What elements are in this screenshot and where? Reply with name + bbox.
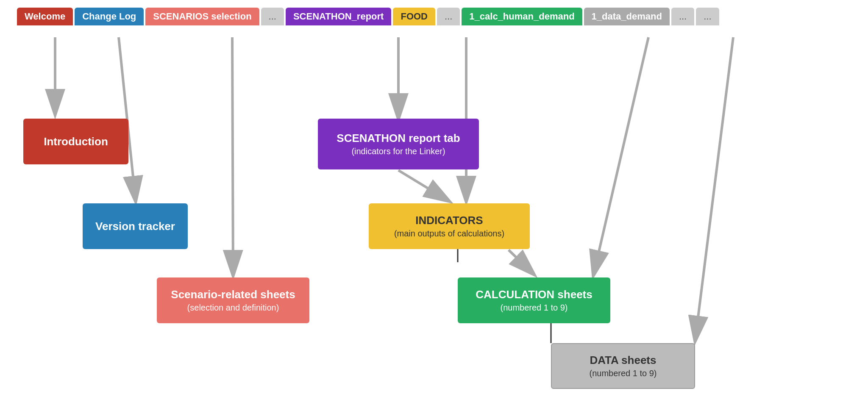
tab-dots-1: ... xyxy=(261,8,284,25)
calculation-sheets-title: CALCULATION sheets xyxy=(476,288,592,301)
calculation-sheets-sub: (numbered 1 to 9) xyxy=(501,303,568,313)
calculation-sheets-box: CALCULATION sheets (numbered 1 to 9) xyxy=(458,277,610,323)
data-sheets-box: DATA sheets (numbered 1 to 9) xyxy=(551,343,695,389)
scenario-sheets-box: Scenario-related sheets (selection and d… xyxy=(157,277,309,323)
scenathon-report-sub: (indicators for the Linker) xyxy=(351,147,445,156)
indicators-sub: (main outputs of calculations) xyxy=(394,229,504,239)
version-tracker-box: Version tracker xyxy=(83,203,188,249)
scenario-sheets-sub: (selection and definition) xyxy=(187,303,279,313)
tab-calc-human[interactable]: 1_calc_human_demand xyxy=(462,8,582,25)
indicators-title: INDICATORS xyxy=(415,214,483,227)
tab-dots-3: ... xyxy=(671,8,694,25)
tab-dots-4: ... xyxy=(696,8,719,25)
scenario-sheets-title: Scenario-related sheets xyxy=(171,288,295,301)
data-sheets-sub: (numbered 1 to 9) xyxy=(590,369,657,378)
scenathon-report-title: SCENATHON report tab xyxy=(337,132,460,145)
tab-welcome[interactable]: Welcome xyxy=(17,8,73,25)
tab-bar: Welcome Change Log SCENARIOS selection .… xyxy=(0,0,868,25)
introduction-title: Introduction xyxy=(44,135,108,148)
version-tracker-title: Version tracker xyxy=(95,220,175,233)
diagram: Introduction Version tracker Scenario-re… xyxy=(0,38,868,405)
introduction-box: Introduction xyxy=(23,119,128,164)
tab-dots-2: ... xyxy=(437,8,460,25)
tab-food[interactable]: FOOD xyxy=(393,8,435,25)
scenathon-report-box: SCENATHON report tab (indicators for the… xyxy=(318,119,479,169)
indicators-box: INDICATORS (main outputs of calculations… xyxy=(369,203,530,249)
tab-scenarios[interactable]: SCENARIOS selection xyxy=(145,8,259,25)
data-sheets-title: DATA sheets xyxy=(590,354,657,367)
tab-scenathon[interactable]: SCENATHON_report xyxy=(286,8,392,25)
tab-changelog[interactable]: Change Log xyxy=(75,8,144,25)
tab-data-demand[interactable]: 1_data_demand xyxy=(584,8,670,25)
